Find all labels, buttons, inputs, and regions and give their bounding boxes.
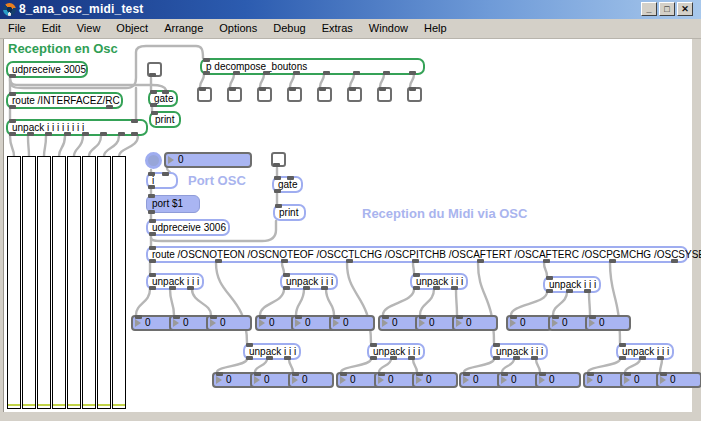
inlet-nub [246, 343, 253, 347]
bang-button[interactable] [145, 152, 162, 169]
inlet-nub [552, 315, 559, 319]
port-number-box[interactable]: 0 [164, 152, 252, 168]
outlet-nub [657, 356, 664, 360]
slider-knob[interactable] [8, 404, 20, 406]
inlet-nub [378, 372, 385, 376]
outlet-nub [566, 289, 573, 293]
inlet-nub [382, 315, 389, 319]
outlet-nub [283, 286, 290, 290]
vertical-slider-5[interactable] [67, 156, 81, 409]
osc-section-heading: Reception en Osc [8, 41, 118, 56]
outlet-nub [639, 356, 646, 360]
number-box[interactable]: 0 [412, 372, 458, 388]
slider-knob[interactable] [113, 404, 125, 406]
slider-knob[interactable] [68, 404, 80, 406]
inlet-nub [289, 87, 296, 91]
gate-object-midi: gate [272, 176, 303, 193]
outlet-nub [100, 132, 107, 136]
bouton-toggle-2[interactable] [227, 87, 242, 102]
bouton-toggle-5[interactable] [317, 87, 332, 102]
outlet-nub [149, 286, 156, 290]
number-box[interactable]: 0 [452, 315, 498, 331]
midi-section-heading: Reception du Midi via OSC [362, 206, 527, 221]
slider-knob[interactable] [83, 404, 95, 406]
inlet-nub [259, 315, 266, 319]
inlet-nub [419, 315, 426, 319]
vertical-slider-6[interactable] [82, 156, 96, 409]
bouton-toggle-8[interactable] [407, 87, 422, 102]
outlet-nub [281, 259, 288, 263]
slider-knob[interactable] [98, 404, 110, 406]
bouton-toggle-7[interactable] [377, 87, 392, 102]
inlet-nub [409, 87, 416, 91]
outlet-nub [203, 71, 210, 75]
outlet-nub [293, 71, 300, 75]
outlet-nub [609, 259, 616, 263]
outlet-nub [9, 105, 16, 109]
unpack-object-r2-3: unpack i i i [490, 343, 548, 360]
inlet-nub [203, 58, 210, 62]
outlet-nub [543, 259, 550, 263]
outlet-nub [187, 286, 194, 290]
inlet-nub [456, 315, 463, 319]
outlet-nub [383, 71, 390, 75]
inlet-nub [333, 315, 340, 319]
outlet-nub [9, 74, 16, 78]
outlet-nub [546, 289, 553, 293]
inlet-nub [660, 372, 667, 376]
slider-knob[interactable] [38, 404, 50, 406]
number-box[interactable]: 0 [329, 315, 375, 331]
inlet-nub [149, 219, 156, 223]
inlet-nub [379, 87, 386, 91]
outlet-nub [531, 356, 538, 360]
number-box[interactable]: 0 [656, 372, 701, 388]
number-box[interactable]: 0 [506, 315, 552, 331]
outlet-nub [149, 232, 156, 236]
number-box[interactable]: 0 [585, 315, 631, 331]
vertical-slider-7[interactable] [97, 156, 111, 409]
unpack-object-r2-4: unpack i i i [616, 343, 674, 360]
slider-knob[interactable] [53, 404, 65, 406]
inlet-nub [229, 87, 236, 91]
outlet-nub [263, 71, 270, 75]
vertical-slider-8[interactable] [112, 156, 126, 409]
inlet-nub [413, 273, 420, 277]
outlet-nub [413, 286, 420, 290]
bouton-toggle-6[interactable] [347, 87, 362, 102]
midi-toggle[interactable] [271, 152, 286, 167]
inlet-nub [493, 343, 500, 347]
vertical-slider-1[interactable] [7, 156, 21, 409]
outlet-nub [149, 259, 156, 263]
slider-knob[interactable] [23, 404, 35, 406]
outlet-nub [215, 259, 222, 263]
decompose-subpatch-object[interactable]: p decompose_boutons [200, 58, 425, 75]
outlet-nub [284, 356, 291, 360]
outlet-nub [408, 356, 415, 360]
port-osc-label: Port OSC [188, 173, 246, 188]
number-box[interactable]: 0 [288, 372, 334, 388]
bouton-toggle-1[interactable] [197, 87, 212, 102]
port-object: port $1 [146, 195, 200, 213]
outlet-nub [433, 286, 440, 290]
unpack-object-r2-1: unpack i i i [243, 343, 301, 360]
vertical-slider-2[interactable] [22, 156, 36, 409]
bouton-toggle-3[interactable] [257, 87, 272, 102]
outlet-nub [303, 286, 310, 290]
outlet-nub [370, 356, 377, 360]
outlet-nub [82, 132, 89, 136]
outlet-nub [45, 132, 52, 136]
number-box[interactable]: 0 [535, 372, 581, 388]
outlet-nub [409, 71, 416, 75]
bouton-toggle-4[interactable] [287, 87, 302, 102]
outlet-nub [477, 259, 484, 263]
vertical-slider-3[interactable] [37, 156, 51, 409]
number-box[interactable]: 0 [206, 315, 252, 331]
inlet-nub [370, 343, 377, 347]
osc-toggle[interactable] [147, 62, 162, 77]
pd-patch-window: 8_ana_osc_midi_test _ □ ✕ File Edit View… [0, 0, 701, 421]
vertical-slider-4[interactable] [52, 156, 66, 409]
unpack-object-r1-3: unpack i i i [410, 273, 468, 290]
outlet-nub [149, 73, 156, 77]
outlet-nub [233, 71, 240, 75]
inlet-nub [619, 343, 626, 347]
